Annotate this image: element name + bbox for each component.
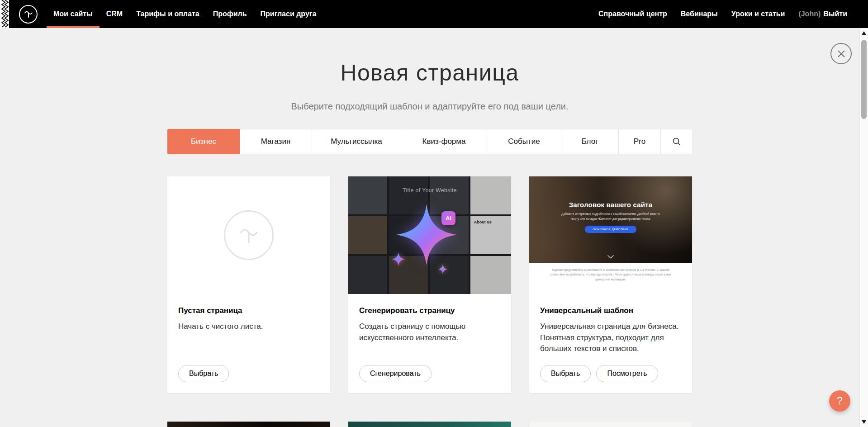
- user-name-label: (John): [798, 10, 821, 18]
- help-button[interactable]: ?: [829, 390, 850, 412]
- nav-crm[interactable]: CRM: [100, 0, 129, 28]
- nav-profile[interactable]: Профиль: [206, 0, 254, 28]
- nav-lessons[interactable]: Уроки и статьи: [731, 10, 785, 18]
- tab-quiz-form[interactable]: Квиз-форма: [401, 129, 487, 154]
- help-icon: ?: [837, 395, 843, 407]
- choose-blank-button[interactable]: Выбрать: [178, 365, 229, 382]
- blank-page-preview: [167, 176, 330, 294]
- nav-invite-friend[interactable]: Пригласи друга: [254, 0, 323, 28]
- search-icon: [672, 137, 681, 146]
- ai-badge: AI: [441, 211, 455, 225]
- card-description: Создать страницу с помощью искусственног…: [359, 321, 500, 343]
- ai-generate-preview: About us Title of Your Website: [348, 176, 511, 294]
- universal-template-preview: Заголовок вашего сайта Добавьте интересн…: [529, 176, 692, 294]
- preview-site-title: Title of Your Website: [348, 187, 511, 194]
- template-category-tabs: Бизнес Магазин Мультиссылка Квиз-форма С…: [167, 129, 692, 154]
- ai-sparkle-small-icon: [392, 252, 405, 266]
- new-page-dialog: Новая страница Выберите подходящий шабло…: [0, 28, 859, 427]
- card-actions: Выбрать: [178, 365, 319, 382]
- close-icon: [837, 50, 845, 58]
- card-actions: Сгенерировать: [359, 365, 500, 382]
- tab-business[interactable]: Бизнес: [167, 129, 240, 154]
- card-description: Универсальная страница для бизнеса. Поня…: [540, 321, 681, 355]
- template-card-ai-generate: About us Title of Your Website: [348, 176, 511, 393]
- card-title: Универсальный шаблон: [540, 306, 681, 315]
- card-actions: Выбрать Посмотреть: [540, 365, 681, 382]
- tilda-watermark-icon: [224, 210, 274, 260]
- tab-multilink[interactable]: Мультиссылка: [312, 129, 401, 154]
- scrollbar-thumb[interactable]: [861, 40, 867, 119]
- generate-button[interactable]: Сгенерировать: [359, 365, 432, 382]
- card-body: Сгенерировать страницу Создать страницу …: [348, 294, 511, 393]
- preview-universal-button[interactable]: Посмотреть: [596, 365, 658, 382]
- template-card-universal: Заголовок вашего сайта Добавьте интересн…: [529, 176, 692, 393]
- tab-blog[interactable]: Блог: [561, 129, 619, 154]
- card-title: Сгенерировать страницу: [359, 306, 500, 315]
- close-button[interactable]: [830, 43, 852, 64]
- card-body: Пустая страница Начать с чистого листа. …: [167, 294, 330, 393]
- template-preview-image: [167, 422, 330, 427]
- scrollbar[interactable]: [859, 28, 868, 427]
- nav-my-sites[interactable]: Мои сайты: [47, 0, 100, 28]
- logout-link[interactable]: Выйти: [823, 10, 847, 18]
- template-cards-grid: Пустая страница Начать с чистого листа. …: [167, 176, 692, 427]
- preview-subtext: Добавьте интересные подробности о вашей …: [558, 212, 663, 221]
- secondary-nav: Справочный центр Вебинары Уроки и статьи…: [598, 0, 868, 28]
- tab-pro[interactable]: Pro: [619, 129, 661, 154]
- tab-search[interactable]: [661, 129, 692, 154]
- primary-nav: Мои сайты CRM Тарифы и оплата Профиль Пр…: [47, 0, 323, 28]
- template-card-partial: [529, 422, 692, 427]
- preview-body-text: Коротко представьтесь и расскажите о ком…: [529, 263, 692, 294]
- nav-webinars[interactable]: Вебинары: [681, 10, 718, 18]
- top-navigation-bar: Мои сайты CRM Тарифы и оплата Профиль Пр…: [0, 0, 868, 28]
- user-session: (John) Выйти: [798, 10, 847, 18]
- chevron-down-icon: [607, 255, 614, 259]
- tab-shop[interactable]: Магазин: [240, 129, 312, 154]
- preview-cta-button: основное действие: [585, 226, 636, 233]
- template-card-partial: [167, 422, 330, 427]
- choose-universal-button[interactable]: Выбрать: [540, 365, 591, 382]
- tab-event[interactable]: Событие: [487, 129, 561, 154]
- scroll-up-arrow[interactable]: [862, 31, 866, 35]
- preview-heading: Заголовок вашего сайта: [569, 201, 653, 209]
- page-subtitle: Выберите подходящий шаблон и адаптируйте…: [0, 101, 859, 112]
- tilda-logo[interactable]: [19, 5, 38, 24]
- page-title: Новая страница: [0, 60, 859, 86]
- template-preview-image: [348, 422, 511, 427]
- template-card-partial: [348, 422, 511, 427]
- ai-sparkle-small-icon: [438, 264, 448, 274]
- zigzag-pattern-icon: [0, 0, 9, 28]
- preview-hero-section: Заголовок вашего сайта Добавьте интересн…: [529, 176, 692, 263]
- scroll-down-arrow[interactable]: [862, 420, 866, 424]
- card-title: Пустая страница: [178, 306, 319, 315]
- template-preview-image: [529, 422, 692, 427]
- tilda-logo-glyph: [24, 9, 33, 19]
- nav-pricing[interactable]: Тарифы и оплата: [129, 0, 206, 28]
- template-card-blank: Пустая страница Начать с чистого листа. …: [167, 176, 330, 393]
- card-description: Начать с чистого листа.: [178, 321, 319, 332]
- card-body: Универсальный шаблон Универсальная стран…: [529, 294, 692, 393]
- nav-help-center[interactable]: Справочный центр: [598, 10, 667, 18]
